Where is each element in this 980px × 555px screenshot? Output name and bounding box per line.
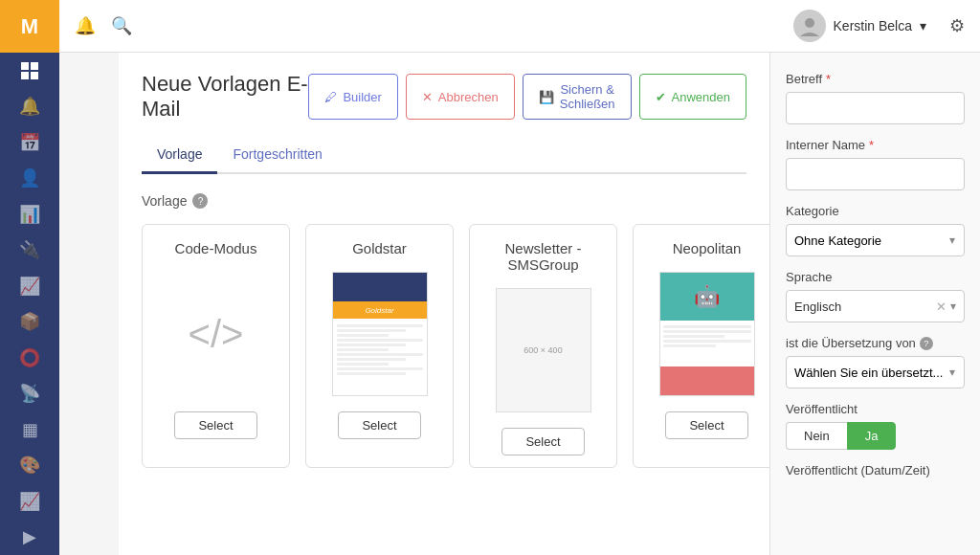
toggle-group: Nein Ja: [786, 422, 965, 450]
template-preview-newsletter: 600 × 400: [486, 288, 601, 412]
neo-bot: [660, 366, 754, 395]
select-button-code[interactable]: Select: [174, 411, 256, 439]
sprache-arrow-icon[interactable]: ▾: [950, 300, 956, 313]
tab-vorlage[interactable]: Vorlage: [142, 137, 217, 174]
content-area: Neue Vorlagen E-Mail 🖊 Builder ✕ Abbrech…: [119, 53, 769, 555]
tabs: Vorlage Fortgeschritten: [142, 137, 746, 174]
template-name-code: Code-Modus: [175, 240, 257, 256]
sidebar-item-dashboard[interactable]: [0, 53, 59, 89]
section-label: Vorlage ?: [142, 193, 746, 209]
save-icon: 💾: [539, 90, 554, 104]
uebersetzung-help-icon[interactable]: ?: [920, 337, 933, 350]
sidebar-item-list[interactable]: ▦: [0, 411, 59, 448]
notification-icon[interactable]: 🔔: [75, 15, 96, 36]
tab-fortgeschritten[interactable]: Fortgeschritten: [217, 137, 337, 174]
builder-icon: 🖊: [324, 90, 337, 104]
user-caret-icon: ▾: [920, 18, 926, 33]
kategorie-select-wrapper: Ohne Kategorie ▾: [786, 224, 965, 256]
template-preview-code: </>: [159, 272, 274, 396]
goldstar-thumbnail: Goldstar: [332, 272, 428, 396]
help-icon[interactable]: ?: [192, 193, 208, 209]
neopolitan-thumbnail: 🤖: [659, 272, 755, 396]
neo-robot-icon: 🤖: [694, 284, 720, 309]
template-name-newsletter: Newsletter - SMSGroup: [481, 240, 605, 273]
sidebar-item-palette[interactable]: 🎨: [0, 448, 59, 484]
uebersetzung-label: ist die Übersetzung von ?: [786, 336, 965, 350]
search-icon[interactable]: 🔍: [111, 15, 132, 36]
template-preview-neopolitan: 🤖: [650, 272, 765, 396]
sidebar-item-packages[interactable]: 📦: [0, 304, 59, 341]
apply-button[interactable]: ✔ Anwenden: [639, 74, 746, 120]
template-card-neopolitan: Neopolitan 🤖: [633, 224, 769, 468]
user-menu[interactable]: Kerstin Belca ▾: [793, 10, 926, 42]
sidebar-item-feeds[interactable]: 📡: [0, 376, 59, 412]
svg-point-4: [805, 18, 814, 28]
svg-rect-0: [21, 62, 29, 70]
template-card-goldstar: Goldstar Goldstar: [305, 224, 454, 468]
svg-rect-2: [21, 72, 29, 79]
svg-rect-3: [31, 72, 38, 79]
select-button-neopolitan[interactable]: Select: [665, 411, 747, 439]
neo-top: 🤖: [660, 273, 754, 321]
sidebar-item-integrations[interactable]: 🔌: [0, 233, 59, 269]
user-name: Kerstin Belca: [834, 18, 912, 33]
sprache-clear-icon[interactable]: ✕: [936, 300, 947, 314]
sprache-select-wrapper[interactable]: Englisch ✕ ▾: [786, 290, 965, 322]
gs-body: [333, 319, 427, 381]
gs-header: [333, 273, 427, 301]
select-button-newsletter[interactable]: Select: [501, 428, 584, 455]
sidebar-item-contacts[interactable]: 👤: [0, 161, 59, 197]
betreff-label: Betreff *: [786, 72, 965, 86]
interner-name-input[interactable]: [786, 158, 965, 190]
sidebar-item-notifications[interactable]: 🔔: [0, 89, 59, 125]
sprache-label: Sprache: [786, 270, 965, 284]
sidebar-item-reports[interactable]: 📊: [0, 196, 59, 233]
interner-name-label: Interner Name *: [786, 138, 965, 152]
neo-mid: [660, 321, 754, 366]
uebersetzung-select[interactable]: Wählen Sie ein übersetzt...: [786, 356, 965, 388]
template-name-goldstar: Goldstar: [352, 240, 407, 256]
app-logo[interactable]: M: [0, 0, 59, 53]
template-preview-goldstar: Goldstar: [323, 272, 437, 396]
template-card-code: Code-Modus </> Select: [142, 224, 290, 468]
cancel-icon: ✕: [422, 90, 433, 104]
template-card-newsletter: Newsletter - SMSGroup 600 × 400 Select: [469, 224, 617, 468]
avatar: [793, 10, 826, 42]
page-header: Neue Vorlagen E-Mail 🖊 Builder ✕ Abbrech…: [142, 72, 746, 122]
toggle-nein-button[interactable]: Nein: [786, 422, 847, 450]
code-brackets-icon: </>: [189, 313, 244, 356]
sprache-value: Englisch: [794, 300, 932, 314]
uebersetzung-select-wrapper: Wählen Sie ein übersetzt... ▾: [786, 356, 965, 388]
template-grid: Code-Modus </> Select Goldstar Goldstar: [142, 224, 746, 468]
apply-icon: ✔: [656, 90, 666, 104]
gs-gold-bar: Goldstar: [333, 301, 427, 319]
veroeffentlicht-label: Veröffentlicht: [786, 402, 965, 416]
sidebar-item-analytics[interactable]: 📈: [0, 268, 59, 304]
cancel-button[interactable]: ✕ Abbrechen: [406, 74, 515, 120]
kategorie-select[interactable]: Ohne Kategorie: [786, 224, 965, 256]
select-button-goldstar[interactable]: Select: [338, 411, 420, 439]
newsletter-thumbnail: 600 × 400: [496, 288, 591, 412]
sidebar-item-expand[interactable]: ▶: [0, 520, 59, 556]
right-panel: Betreff * Interner Name * Kategorie Ohne…: [769, 53, 980, 555]
topbar: 🔔 🔍 Kerstin Belca ▾ ⚙: [59, 0, 980, 53]
betreff-input[interactable]: [786, 92, 965, 124]
builder-button[interactable]: 🖊 Builder: [308, 74, 397, 120]
save-button[interactable]: 💾 Sichern & Schließen: [523, 74, 632, 120]
settings-icon[interactable]: ⚙: [949, 15, 965, 36]
sidebar-item-circle[interactable]: ⭕: [0, 340, 59, 376]
kategorie-label: Kategorie: [786, 204, 965, 218]
svg-rect-1: [31, 62, 38, 70]
template-name-neopolitan: Neopolitan: [673, 240, 742, 256]
datum-label: Veröffentlicht (Datum/Zeit): [786, 463, 965, 477]
toggle-ja-button[interactable]: Ja: [847, 422, 897, 450]
page-actions: 🖊 Builder ✕ Abbrechen 💾 Sichern & Schlie…: [308, 74, 746, 120]
page-title: Neue Vorlagen E-Mail: [142, 72, 308, 122]
sidebar-item-calendar[interactable]: 📅: [0, 124, 59, 161]
main-area: Neue Vorlagen E-Mail 🖊 Builder ✕ Abbrech…: [119, 53, 980, 555]
sidebar-item-trends[interactable]: 📈: [0, 483, 59, 520]
sidebar: M 🔔 📅 👤 📊 🔌 📈 📦 ⭕ 📡 ▦ 🎨 📈 ▶: [0, 0, 59, 555]
